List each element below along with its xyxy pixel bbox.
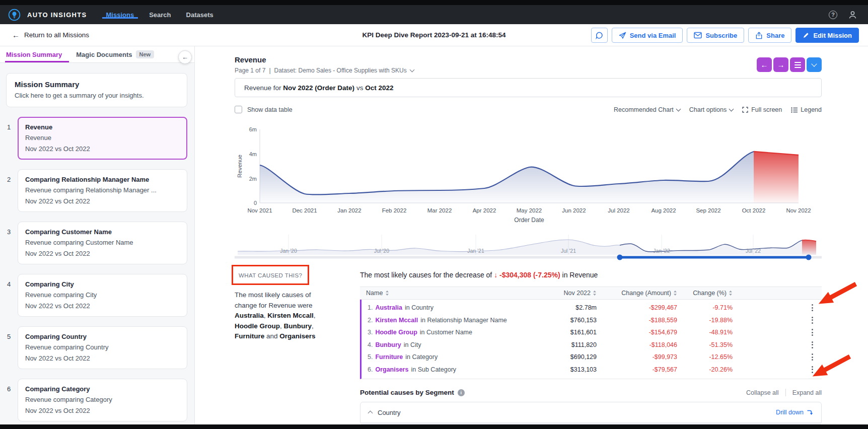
edit-mission-button[interactable]: Edit Mission <box>795 28 859 43</box>
question-period-2: Oct 2022 <box>365 84 393 92</box>
svg-text:Nov 2022: Nov 2022 <box>786 207 811 213</box>
segments-title: Potential causes by Segment i <box>360 389 465 396</box>
chevron-down-icon <box>409 67 414 73</box>
column-header-nov-2022[interactable]: Nov 2022 <box>521 290 597 297</box>
row-menu-button[interactable] <box>810 303 815 313</box>
comments-button[interactable] <box>591 28 608 43</box>
info-icon[interactable]: i <box>458 389 465 396</box>
segment-panel-country: Country Drill down <box>360 402 822 424</box>
show-data-table-toggle[interactable]: Show data table <box>235 106 293 113</box>
causes-table-header: Name Nov 2022 Change (Amount) Change (%) <box>360 287 822 300</box>
collapse-sidebar-button[interactable]: ← <box>178 50 192 64</box>
mission-item-4: 4 Comparing City Revenue comparing City … <box>0 274 187 317</box>
column-header-change-pct[interactable]: Change (%) <box>677 290 733 297</box>
tab-magic-documents[interactable]: Magic Documents New <box>76 46 154 62</box>
table-row: 4.Bunburyin City $111,820 -$118,046 -51.… <box>361 339 822 351</box>
top-navbar: AUTO INSIGHTS Missions Search Datasets ? <box>0 5 868 24</box>
causes-table-body: 1.Australiain Country $2.78m -$299,467 -… <box>360 300 822 379</box>
row-menu-button[interactable] <box>810 315 815 325</box>
report-header: ← Return to all Missions KPI Deep Dive R… <box>0 24 868 46</box>
cause-link[interactable]: Organisers <box>375 366 408 373</box>
segment-panel-header[interactable]: Country Drill down <box>360 402 821 422</box>
new-badge: New <box>136 50 155 58</box>
full-screen-icon <box>742 107 748 113</box>
table-row: 1.Australiain Country $2.78m -$299,467 -… <box>361 302 822 314</box>
dataset-selector[interactable]: Dataset: Demo Sales - Office Supplies wi… <box>274 67 407 74</box>
page-info: Page 1 of 7 <box>235 67 265 74</box>
nav-tab-search[interactable]: Search <box>149 11 171 19</box>
subscribe-button[interactable]: Subscribe <box>687 28 744 43</box>
collapse-all-button[interactable]: Collapse all <box>740 389 785 396</box>
mission-card-country[interactable]: Comparing Country Revenue comparing Coun… <box>18 326 187 369</box>
nav-tab-missions[interactable]: Missions <box>106 11 134 19</box>
table-row: 6.Organisersin Sub Category $313,103 -$7… <box>361 364 822 376</box>
question-bar[interactable]: Revenue for Nov 2022 (Order Date) vs Oct… <box>235 78 822 97</box>
cause-link[interactable]: Kirsten Mccall <box>375 317 418 324</box>
send-via-email-button[interactable]: Send via Email <box>612 28 683 43</box>
show-data-table-checkbox[interactable] <box>235 106 242 113</box>
tab-mission-summary[interactable]: Mission Summary <box>6 46 62 62</box>
drill-down-button[interactable]: Drill down <box>776 409 813 416</box>
decrease-delta: -$304,308 (-7.25%) <box>497 271 560 279</box>
collapse-arrow-icon: ← <box>182 53 188 61</box>
help-icon[interactable]: ? <box>829 11 837 19</box>
svg-text:Mar 2022: Mar 2022 <box>427 207 452 213</box>
svg-text:Jan '20: Jan '20 <box>280 248 297 254</box>
chart-area-red <box>754 152 799 203</box>
cause-link[interactable]: Furniture <box>375 353 403 361</box>
chevron-up-icon <box>368 411 373 416</box>
row-menu-button[interactable] <box>810 365 815 375</box>
svg-text:6m: 6m <box>249 126 257 132</box>
legend-button[interactable]: Legend <box>791 106 822 113</box>
nav-tab-datasets[interactable]: Datasets <box>186 11 213 19</box>
chart-area-blue <box>260 152 754 203</box>
full-screen-button[interactable]: Full screen <box>742 106 782 113</box>
row-menu-button[interactable] <box>810 352 815 362</box>
page-title: Revenue <box>235 55 266 64</box>
mission-card-city[interactable]: Comparing City Revenue comparing City No… <box>18 274 187 317</box>
time-range-slider[interactable]: Jan '20 Jul '20 Jan '21 Jul '21 Jan '22 … <box>235 232 822 261</box>
mission-sidebar: Mission Summary Magic Documents New Miss… <box>0 46 195 424</box>
svg-text:Aug 2022: Aug 2022 <box>651 207 676 213</box>
window-bottom-strip <box>0 424 868 429</box>
header-actions: Send via Email Subscribe Share Edit Miss… <box>591 28 859 43</box>
recommended-chart-dropdown[interactable]: Recommended Chart <box>614 106 680 113</box>
table-row: 2.Kirsten Mccallin Relationship Manager … <box>361 314 822 327</box>
cause-link[interactable]: Hoodle Group <box>375 329 417 336</box>
chart-options-dropdown[interactable]: Chart options <box>689 106 733 113</box>
column-header-change-amount[interactable]: Change (Amount) <box>597 290 677 297</box>
expand-all-button[interactable]: Expand all <box>786 389 822 396</box>
causes-summary-text: The most likely causes of change for Rev… <box>232 290 328 342</box>
svg-text:Apr 2022: Apr 2022 <box>473 207 496 213</box>
sort-icon <box>729 290 733 296</box>
what-caused-this-section: WHAT CAUSED THIS? The most likely causes… <box>232 265 332 342</box>
cause-link[interactable]: Australia <box>375 304 402 311</box>
x-axis-label: Order Date <box>514 217 544 224</box>
sort-icon <box>673 290 677 296</box>
slider-handle-left[interactable] <box>617 255 623 260</box>
mission-summary-card[interactable]: Mission Summary Click here to get a summ… <box>6 73 187 107</box>
page-dropdown-button[interactable] <box>807 57 822 72</box>
page-menu-button[interactable] <box>790 57 805 72</box>
summary-card-title: Mission Summary <box>15 80 179 89</box>
row-menu-button[interactable] <box>810 327 815 337</box>
column-header-name[interactable]: Name <box>360 290 521 297</box>
share-button[interactable]: Share <box>748 28 791 43</box>
page-nav-buttons: ← → <box>757 57 822 72</box>
mission-card-relationship-manager[interactable]: Comparing Relationship Manager Name Reve… <box>18 169 187 212</box>
row-menu-button[interactable] <box>810 340 815 350</box>
likely-causes-section: The most likely causes for the decrease … <box>360 271 822 379</box>
slider-handle-right[interactable] <box>806 255 812 260</box>
prev-page-button[interactable]: ← <box>757 57 772 72</box>
cause-link[interactable]: Bunbury <box>375 341 401 348</box>
question-period-1: Nov 2022 (Order Date) <box>283 84 354 92</box>
svg-text:Jun 2022: Jun 2022 <box>562 207 586 213</box>
mission-card-customer-name[interactable]: Comparing Customer Name Revenue comparin… <box>18 222 187 264</box>
report-main: Revenue Page 1 of 7 | Dataset: Demo Sale… <box>195 46 868 424</box>
mission-item-5: 5 Comparing Country Revenue comparing Co… <box>0 326 187 369</box>
user-icon[interactable] <box>848 11 857 19</box>
mission-card-revenue[interactable]: Revenue Revenue Nov 2022 vs Oct 2022 <box>18 117 187 160</box>
chevron-down-icon <box>811 61 817 66</box>
next-page-button[interactable]: → <box>773 57 788 72</box>
mission-card-category[interactable]: Comparing Category Revenue comparing Cat… <box>18 379 187 421</box>
